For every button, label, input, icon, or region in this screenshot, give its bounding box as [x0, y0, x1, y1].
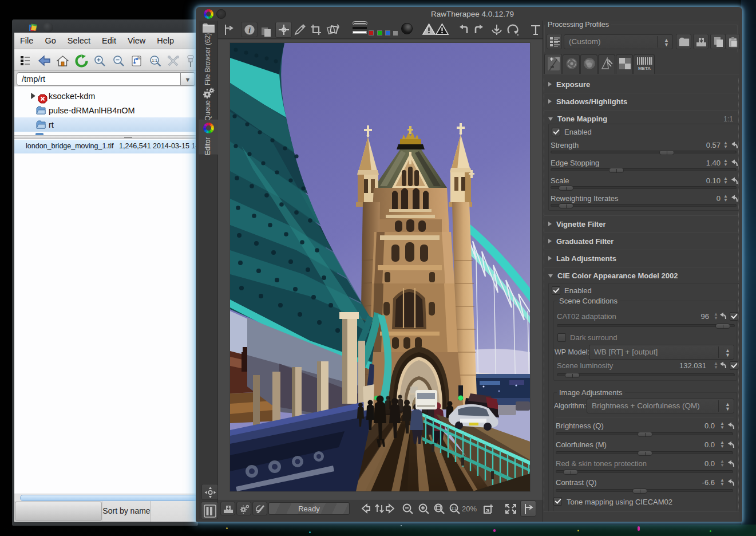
- svg-text:i: i: [248, 26, 251, 34]
- svg-text:1:1: 1:1: [451, 506, 456, 510]
- svg-text:1:1: 1:1: [152, 58, 157, 62]
- svg-text:META: META: [638, 66, 651, 71]
